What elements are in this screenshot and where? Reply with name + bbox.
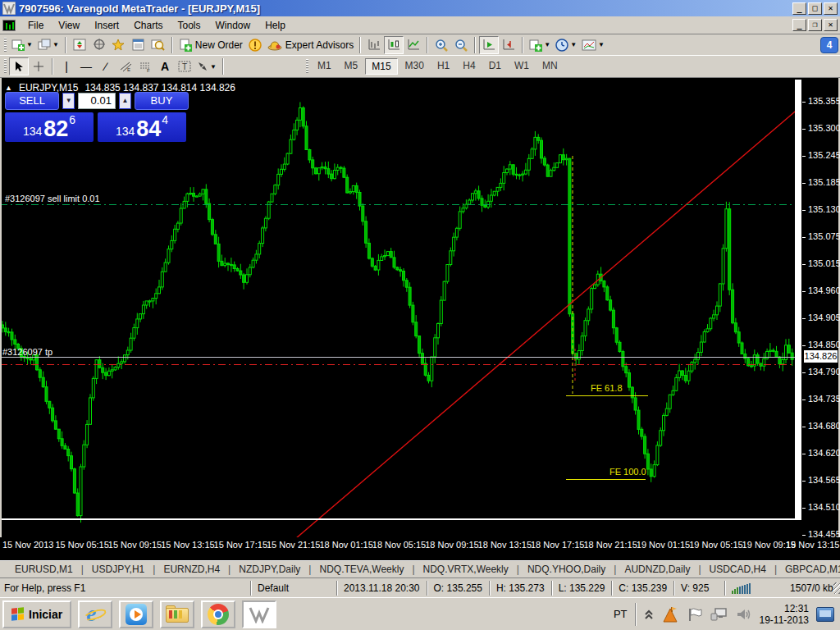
child-minimize-button[interactable]: _: [792, 19, 806, 31]
text-label-tool-button[interactable]: T: [175, 57, 194, 75]
line-chart-mode-button[interactable]: [404, 36, 423, 54]
favorites-button[interactable]: [109, 36, 129, 54]
volume-input[interactable]: 0.01: [78, 93, 116, 109]
new-order-button[interactable]: New Order: [176, 36, 245, 54]
fibo-expansion-100-line[interactable]: [566, 479, 646, 480]
menu-view[interactable]: View: [51, 18, 87, 33]
child-close-button[interactable]: ✕: [824, 19, 838, 31]
periods-button[interactable]: ▼: [553, 36, 579, 54]
profiles-button[interactable]: ▼: [35, 36, 62, 54]
crosshair-tool-button[interactable]: [29, 57, 48, 75]
timeframe-w1[interactable]: W1: [509, 58, 535, 75]
candlestick-mode-button[interactable]: [384, 36, 404, 54]
strategy-tester-button[interactable]: [148, 36, 168, 54]
internet-explorer-button[interactable]: e: [78, 600, 112, 628]
maximize-button[interactable]: □: [808, 2, 822, 15]
chart-tab-gbpcad-m1[interactable]: GBPCAD,M1: [777, 562, 840, 577]
status-profile[interactable]: Default: [250, 581, 336, 596]
horizontal-line-tool-button[interactable]: —: [76, 57, 96, 75]
timeframe-m1[interactable]: M1: [312, 58, 337, 75]
metatrader-tray-icon[interactable]: [661, 605, 679, 623]
chart-shift-button[interactable]: [499, 36, 518, 54]
toolbar-grip[interactable]: [306, 59, 308, 74]
zoom-in-button[interactable]: [431, 36, 451, 54]
menu-charts[interactable]: Charts: [126, 18, 170, 33]
chart-tab-ndq-yhoo-daily[interactable]: NDQ.YHOO,Daily: [519, 562, 614, 577]
chart-tab-usdcad-h4[interactable]: USDCAD,H4: [701, 562, 774, 577]
data-window-button[interactable]: [129, 36, 148, 54]
speaker-icon[interactable]: [736, 607, 752, 622]
bar-chart-mode-button[interactable]: [364, 36, 384, 54]
network-icon[interactable]: [710, 607, 728, 622]
text-tool-button[interactable]: A: [155, 57, 175, 75]
chart-tab-audnzd-daily[interactable]: AUDNZD,Daily: [616, 562, 698, 577]
chart-tab-eurusd-m1[interactable]: EURUSD,M1: [7, 562, 81, 577]
menu-insert[interactable]: Insert: [87, 18, 126, 33]
navigator-button[interactable]: [89, 36, 109, 54]
hidden-icons-chevron[interactable]: [644, 609, 654, 620]
start-button[interactable]: Iniciar: [2, 600, 71, 628]
language-indicator[interactable]: PT: [614, 608, 628, 620]
vertical-line-tool-button[interactable]: |: [57, 57, 76, 75]
buy-quote[interactable]: 134 84 4: [98, 112, 186, 142]
take-profit-line[interactable]: [0, 364, 795, 365]
sell-button[interactable]: SELL: [5, 92, 59, 110]
timeframe-h4[interactable]: H4: [457, 58, 481, 75]
menu-file[interactable]: File: [21, 18, 51, 33]
time-axis[interactable]: 15 Nov 201315 Nov 05:1515 Nov 09:1515 No…: [0, 537, 840, 560]
new-chart-button[interactable]: ▼: [9, 36, 35, 54]
trendline-tool-button[interactable]: ∕: [96, 57, 116, 75]
price-axis-tick: [802, 129, 806, 130]
child-restore-button[interactable]: ❐: [808, 19, 822, 31]
auto-scroll-button[interactable]: [479, 36, 499, 54]
close-button[interactable]: ✕: [824, 2, 838, 15]
minimize-button[interactable]: _: [792, 2, 806, 15]
timeframe-m5[interactable]: M5: [339, 58, 364, 75]
expert-advisors-button[interactable]: Expert Advisors: [265, 36, 356, 54]
sell-limit-order-line[interactable]: [0, 204, 795, 205]
show-desktop-icon[interactable]: [816, 607, 834, 622]
action-center-flag-icon[interactable]: [687, 607, 703, 622]
taskbar-clock[interactable]: 12:31 19-11-2013: [760, 603, 810, 626]
sell-quote[interactable]: 134 82 6: [5, 112, 94, 142]
price-axis[interactable]: 134.826 135.355135.300135.245135.185135.…: [802, 78, 838, 537]
time-axis-label: 15 Nov 05:15: [55, 540, 108, 550]
resize-grip[interactable]: [833, 582, 840, 594]
metatrader-task-button[interactable]: [242, 600, 276, 628]
file-explorer-button[interactable]: [160, 600, 194, 628]
chart-area[interactable]: #3126097 sell limit 0.01 #3126097 tp FE …: [0, 78, 840, 560]
menu-window[interactable]: Window: [208, 18, 258, 33]
buy-button[interactable]: BUY: [135, 92, 189, 110]
chart-window-icon[interactable]: [2, 20, 16, 31]
fibo-expansion-618-line[interactable]: [566, 395, 648, 396]
candlestick-plot[interactable]: [0, 78, 795, 537]
fibonacci-tool-button[interactable]: F: [135, 57, 155, 75]
timeframe-mn[interactable]: MN: [536, 58, 564, 75]
menu-tools[interactable]: Tools: [171, 18, 208, 33]
toolbar-grip[interactable]: [4, 59, 7, 74]
market-watch-button[interactable]: [70, 36, 89, 54]
templates-button[interactable]: ▼: [579, 36, 607, 54]
timeframe-d1[interactable]: D1: [483, 58, 507, 75]
volume-up-button[interactable]: ▲: [119, 93, 131, 109]
chart-tab-ndq-teva-weekly[interactable]: NDQ.TEVA,Weekly: [311, 562, 412, 577]
chart-tab-ndq-vrtx-weekly[interactable]: NDQ.VRTX,Weekly: [415, 562, 517, 577]
timeframe-m30[interactable]: M30: [399, 58, 430, 75]
media-player-button[interactable]: [119, 600, 153, 628]
menu-help[interactable]: Help: [258, 18, 293, 33]
alert-icon[interactable]: [245, 36, 265, 54]
timeframe-h1[interactable]: H1: [431, 58, 455, 75]
timeframe-m15[interactable]: M15: [365, 58, 397, 75]
chrome-button[interactable]: [201, 600, 235, 628]
toolbar-grip[interactable]: [4, 38, 7, 52]
chart-tab-nzdjpy-daily[interactable]: NZDJPY,Daily: [231, 562, 308, 577]
zoom-out-button[interactable]: [451, 36, 471, 54]
arrows-tool-button[interactable]: ▼: [194, 57, 219, 75]
chart-tab-usdjpy-h1[interactable]: USDJPY,H1: [84, 562, 153, 577]
cursor-tool-button[interactable]: [9, 57, 29, 75]
chart-tab-eurnzd-h4[interactable]: EURNZD,H4: [155, 562, 228, 577]
equidistant-channel-tool-button[interactable]: E: [116, 57, 135, 75]
notifications-badge[interactable]: 4: [820, 37, 838, 53]
volume-down-button[interactable]: ▼: [62, 93, 75, 109]
indicators-button[interactable]: ▼: [527, 36, 553, 54]
